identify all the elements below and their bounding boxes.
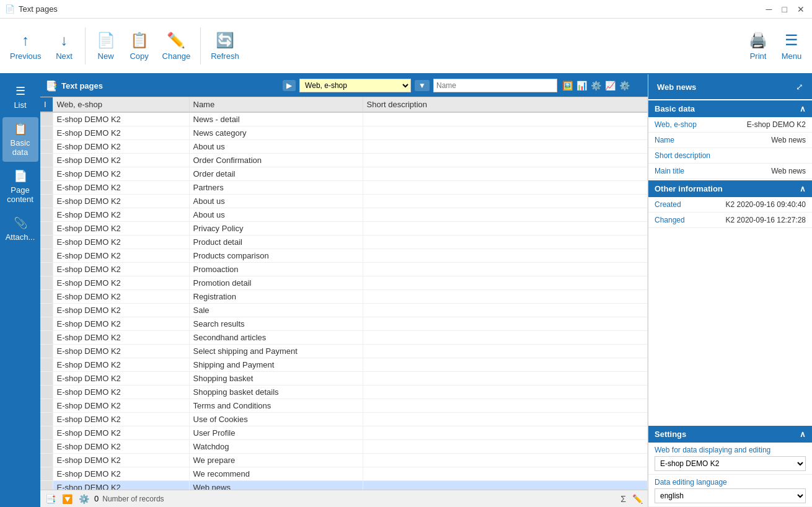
table-view-btn-1[interactable]: 🖼️ <box>561 79 574 92</box>
table-row[interactable]: E-shop DEMO K2About us <box>40 195 648 208</box>
other-info-section-header: Other information ∧ <box>648 180 812 197</box>
table-row[interactable]: E-shop DEMO K2We recommend <box>40 467 648 481</box>
created-label: Created <box>655 200 710 209</box>
main-area: ☰ List 📋 Basic data 📄 Page content 📎 Att… <box>0 74 812 507</box>
web-filter-dropdown[interactable]: Web, e-shop E-shop DEMO K2 <box>299 79 411 92</box>
table-view-btn-6[interactable]: ☰ <box>632 79 643 92</box>
table-row[interactable]: E-shop DEMO K2Search results <box>40 317 648 331</box>
row-name: Web news <box>189 481 363 490</box>
table-view-btn-2[interactable]: 📊 <box>575 79 588 92</box>
table-row[interactable]: E-shop DEMO K2Terms and Conditions <box>40 399 648 413</box>
print-button[interactable]: 🖨️ Print <box>743 24 774 68</box>
row-web: E-shop DEMO K2 <box>53 454 189 467</box>
created-value: K2 2020-09-16 09:40:40 <box>714 200 806 209</box>
name-filter-input[interactable] <box>433 79 557 92</box>
table-row[interactable]: E-shop DEMO K2Shopping basket details <box>40 386 648 399</box>
copy-button[interactable]: 📋 Copy <box>124 24 155 68</box>
table-header-bar: 📑 Text pages ▶ Web, e-shop E-shop DEMO K… <box>40 74 648 97</box>
row-name: Terms and Conditions <box>189 399 363 413</box>
row-web: E-shop DEMO K2 <box>53 276 189 290</box>
table-row[interactable]: E-shop DEMO K2Select shipping and Paymen… <box>40 345 648 358</box>
table-row[interactable]: E-shop DEMO K2Secondhand articles <box>40 331 648 345</box>
sum-button[interactable]: Σ <box>619 493 627 505</box>
row-indicator <box>40 304 53 317</box>
list-icon: ☰ <box>15 84 25 98</box>
content-area: 📑 Text pages ▶ Web, e-shop E-shop DEMO K… <box>40 74 648 507</box>
table-row[interactable]: E-shop DEMO K2Product detail <box>40 236 648 249</box>
settings-web-dropdown[interactable]: E-shop DEMO K2 <box>655 456 806 471</box>
table-row[interactable]: E-shop DEMO K2Watchdog <box>40 440 648 454</box>
sidebar-item-basic-data[interactable]: 📋 Basic data <box>2 117 38 162</box>
table-row[interactable]: E-shop DEMO K2Use of Cookies <box>40 413 648 426</box>
field-short-description: Short description <box>648 148 812 164</box>
row-indicator <box>40 317 53 331</box>
menu-button[interactable]: ☰ Menu <box>776 24 807 68</box>
change-button[interactable]: ✏️ Change <box>157 24 196 68</box>
sidebar-item-page-content[interactable]: 📄 Page content <box>2 164 38 209</box>
table-view-toggle[interactable]: 📑 <box>44 493 57 505</box>
settings-lang-dropdown[interactable]: english <box>655 488 806 503</box>
table-row[interactable]: E-shop DEMO K2Privacy Policy <box>40 222 648 236</box>
row-web: E-shop DEMO K2 <box>53 112 189 126</box>
row-short <box>363 372 648 386</box>
settings-toggle[interactable]: ⚙️ <box>77 493 90 505</box>
table-row[interactable]: E-shop DEMO K2Sale <box>40 304 648 317</box>
table-row[interactable]: E-shop DEMO K2Order Confirmation <box>40 154 648 167</box>
main-title-value: Web news <box>714 167 806 175</box>
table-row[interactable]: E-shop DEMO K2Promoaction <box>40 263 648 276</box>
settings-section-header: Settings ∧ <box>648 426 812 443</box>
data-table-container[interactable]: I Web, e-shop Name Short description E-s… <box>40 97 648 490</box>
sidebar-item-list[interactable]: ☰ List <box>2 79 38 115</box>
row-name: News category <box>189 126 363 140</box>
table-view-btn-3[interactable]: ⚙️ <box>589 79 602 92</box>
field-name: Name Web news <box>648 133 812 148</box>
table-row[interactable]: E-shop DEMO K2Promotion detail <box>40 276 648 290</box>
table-row[interactable]: E-shop DEMO K2Partners <box>40 181 648 195</box>
row-web: E-shop DEMO K2 <box>53 413 189 426</box>
table-view-btn-4[interactable]: 📈 <box>604 79 617 92</box>
row-short <box>363 222 648 236</box>
table-row[interactable]: E-shop DEMO K2Order detail <box>40 167 648 181</box>
table-row[interactable]: E-shop DEMO K2Web news <box>40 481 648 490</box>
minimize-button[interactable]: ─ <box>764 4 775 14</box>
filter-arrow-button[interactable]: ▶ <box>283 80 296 91</box>
sidebar-item-attachments[interactable]: 📎 Attach... <box>2 211 38 247</box>
right-panel: Web news ⤢ Basic data ∧ Web, e-shop E-sh… <box>648 74 812 507</box>
table-row[interactable]: E-shop DEMO K2Products comparison <box>40 249 648 263</box>
edit-button[interactable]: ✏️ <box>631 493 644 505</box>
dropdown-arrow-button[interactable]: ▼ <box>415 80 430 91</box>
row-web: E-shop DEMO K2 <box>53 345 189 358</box>
table-title: Text pages <box>61 81 279 90</box>
row-short <box>363 481 648 490</box>
settings-lang-label: Data editing language <box>655 478 806 487</box>
table-row[interactable]: E-shop DEMO K2Shipping and Payment <box>40 358 648 372</box>
row-web: E-shop DEMO K2 <box>53 263 189 276</box>
table-row[interactable]: E-shop DEMO K2News category <box>40 126 648 140</box>
table-row[interactable]: E-shop DEMO K2About us <box>40 140 648 154</box>
close-button[interactable]: ✕ <box>795 4 807 14</box>
right-panel-expand-button[interactable]: ⤢ <box>796 82 803 92</box>
table-view-btn-5[interactable]: ⚙️ <box>618 79 631 92</box>
row-short <box>363 112 648 126</box>
refresh-button[interactable]: 🔄 Refresh <box>206 24 244 68</box>
table-row[interactable]: E-shop DEMO K2Shopping basket <box>40 372 648 386</box>
refresh-icon: 🔄 <box>216 32 234 49</box>
row-indicator <box>40 331 53 345</box>
right-panel-spacer <box>648 228 812 425</box>
table-row[interactable]: E-shop DEMO K2We prepare <box>40 454 648 467</box>
row-web: E-shop DEMO K2 <box>53 440 189 454</box>
table-row[interactable]: E-shop DEMO K2News - detail <box>40 112 648 126</box>
table-row[interactable]: E-shop DEMO K2About us <box>40 208 648 222</box>
row-name: Watchdog <box>189 440 363 454</box>
maximize-button[interactable]: □ <box>780 4 790 14</box>
basic-data-collapse-icon: ∧ <box>800 104 806 113</box>
table-row[interactable]: E-shop DEMO K2User Profile <box>40 426 648 440</box>
app-icon: 📄 <box>5 4 15 14</box>
next-button[interactable]: ↓ Next <box>49 24 80 68</box>
table-row[interactable]: E-shop DEMO K2Registration <box>40 290 648 304</box>
row-short <box>363 167 648 181</box>
previous-button[interactable]: ↑ Previous <box>5 24 46 68</box>
new-button[interactable]: 📄 New <box>90 24 121 68</box>
filter-toggle[interactable]: 🔽 <box>61 493 74 505</box>
window-title: Text pages <box>19 4 58 14</box>
